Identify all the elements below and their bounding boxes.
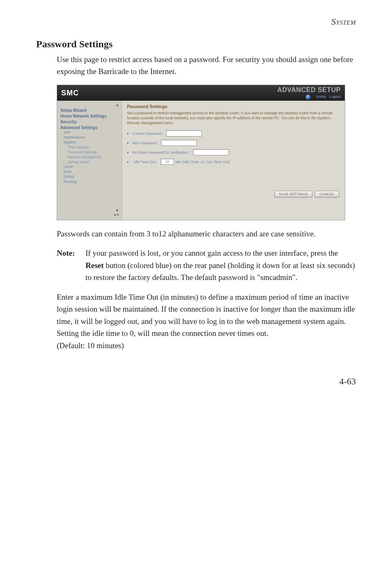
router-sidebar: ▲ Setup Wizard Home Network Settings Sec… (57, 101, 122, 220)
scroll-left-icon[interactable]: ◂ (114, 213, 116, 217)
idle-timeout-suffix: Min (Idle Time =0 : NO Time Out) (175, 160, 230, 164)
idle-timeout-input[interactable]: 10 (161, 159, 174, 165)
sidebar-home-network[interactable]: Home Network Settings (60, 113, 119, 118)
sidebar-routing[interactable]: Routing (60, 179, 119, 184)
reset-bold: Reset (85, 261, 104, 270)
note-text: If your password is lost, or you cannot … (85, 247, 356, 283)
cancel-button[interactable]: CANCEL (315, 191, 339, 197)
sidebar-time-settings[interactable]: Time Settings (60, 145, 119, 150)
passwords-case-note: Passwords can contain from 3 to12 alphan… (57, 228, 356, 240)
current-password-input[interactable] (166, 130, 202, 136)
bullet-icon (127, 152, 129, 153)
sidebar-setup-wizard[interactable]: Setup Wizard (60, 107, 119, 113)
router-screenshot: SMC ADVANCED SETUP Home Logout ▲ Setup W… (57, 85, 345, 220)
content-title: Password Settings (127, 104, 340, 109)
router-content: Password Settings Set a password to rest… (122, 101, 345, 220)
advanced-setup-label: ADVANCED SETUP (277, 86, 341, 94)
router-titlebar: SMC ADVANCED SETUP Home Logout (57, 85, 345, 101)
sidebar-ddns[interactable]: DDNS (60, 174, 119, 179)
sidebar-upnp[interactable]: UPnP (60, 164, 119, 169)
sidebar-advanced-settings[interactable]: Advanced Settings (60, 124, 119, 130)
section-title: Password Settings (36, 39, 356, 50)
sidebar-syslog-server[interactable]: Syslog Server (60, 160, 119, 164)
current-password-label: Current Password : (132, 132, 164, 136)
sidebar-dns[interactable]: DNS (60, 169, 119, 174)
idle-timeout-paragraph: Enter a maximum Idle Time Out (in minute… (57, 291, 356, 351)
sidebar-system[interactable]: System (60, 140, 119, 145)
idle-timeout-label: Idle Time Out: (134, 160, 157, 164)
sidebar-security[interactable]: Security (60, 118, 119, 124)
page-number: 4-63 (36, 376, 356, 387)
default-line: (Default: 10 minutes) (57, 341, 124, 350)
scroll-up-icon[interactable]: ▲ (60, 103, 119, 107)
sidebar-remote-management[interactable]: Remote Management (60, 155, 119, 160)
new-password-input[interactable] (161, 140, 197, 146)
sidebar-maintenance[interactable]: Maintenance (60, 135, 119, 140)
sidebar-nat[interactable]: NAT (60, 130, 119, 135)
reenter-password-label: Re-Enter Password for Verification : (132, 150, 191, 155)
sidebar-password-settings[interactable]: Password Settings (60, 150, 119, 155)
bullet-icon (127, 161, 129, 163)
router-top-right: ADVANCED SETUP Home Logout (277, 86, 341, 99)
smc-logo: SMC (61, 89, 79, 97)
logout-link[interactable]: Logout (329, 95, 341, 99)
bullet-icon (127, 142, 129, 144)
note-text-post: button (colored blue) on the rear panel … (85, 261, 355, 282)
document-page: System Password Settings Use this page t… (0, 0, 392, 411)
home-link[interactable]: Home (316, 95, 326, 99)
note-label: Note: (57, 247, 85, 283)
bullet-icon (127, 133, 129, 134)
new-password-label: New Password : (132, 141, 159, 145)
content-description: Set a password to restrict management ac… (127, 111, 340, 125)
scroll-right-icon[interactable]: ▸ (117, 213, 119, 217)
scroll-down-icon[interactable]: ▼ (115, 208, 119, 213)
note-block: Note: If your password is lost, or you c… (57, 247, 356, 283)
reenter-password-input[interactable] (193, 149, 229, 155)
intro-paragraph: Use this page to restrict access based o… (57, 54, 356, 77)
note-text-pre: If your password is lost, or you cannot … (85, 249, 338, 257)
page-header: System (36, 16, 356, 27)
globe-icon (306, 95, 311, 99)
idle-para-text: Enter a maximum Idle Time Out (in minute… (57, 293, 355, 338)
save-settings-button[interactable]: SAVE SETTINGS (274, 191, 313, 197)
